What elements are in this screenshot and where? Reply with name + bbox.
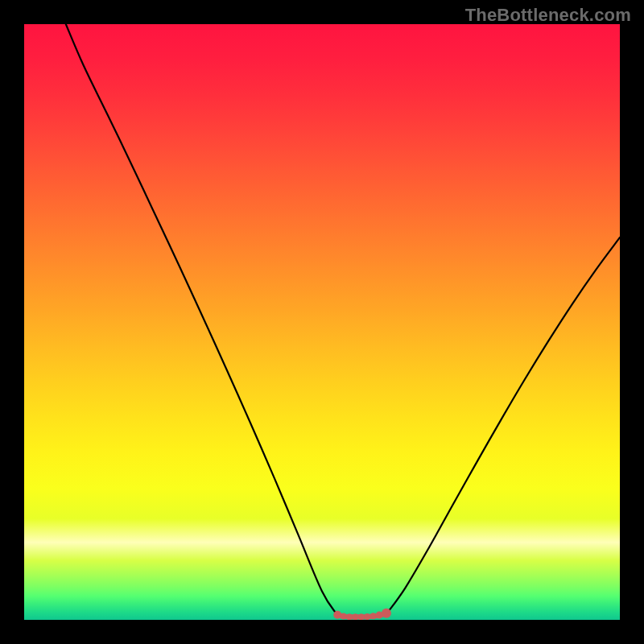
valley-dot <box>341 613 347 620</box>
valley-dot <box>364 613 370 620</box>
valley-dot <box>346 613 353 620</box>
valley-dot <box>358 613 365 620</box>
curve-layer <box>24 24 620 620</box>
valley-dot <box>370 613 377 619</box>
valley-dot <box>333 611 341 619</box>
valley-dot <box>382 609 391 618</box>
watermark-text: TheBottleneck.com <box>465 5 631 26</box>
left-branch-line <box>66 24 337 614</box>
plot-area <box>24 24 620 620</box>
valley-dot <box>352 613 358 620</box>
valley-dots-group <box>333 609 391 620</box>
right-branch-line <box>387 237 620 613</box>
chart-frame: TheBottleneck.com <box>0 0 644 644</box>
